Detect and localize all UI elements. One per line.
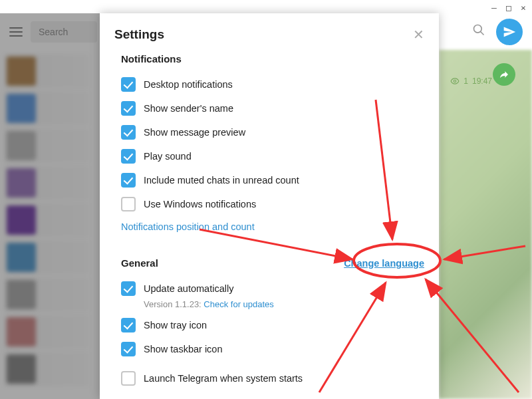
label-include-muted: Include muted chats in unread count [144, 175, 299, 186]
checkbox-show-sender[interactable] [121, 101, 136, 116]
checkbox-desktop-notifications[interactable] [121, 77, 136, 92]
svg-point-0 [474, 25, 482, 33]
version-line: Version 1.1.23: Check for updates [144, 299, 424, 309]
label-show-sender: Show sender's name [144, 103, 233, 114]
checkbox-show-taskbar[interactable] [121, 342, 136, 356]
message-meta: 1 19:47 [450, 76, 492, 86]
label-show-tray: Show tray icon [144, 320, 207, 331]
modal-backdrop[interactable] [0, 13, 100, 399]
settings-modal: Settings ✕ Notifications Desktop notific… [100, 13, 439, 399]
label-desktop-notifications: Desktop notifications [144, 79, 233, 90]
section-title-notifications: Notifications [121, 53, 424, 65]
message-time: 19:47 [472, 76, 492, 86]
check-updates-link[interactable]: Check for updates [203, 299, 274, 309]
label-use-windows-notifications: Use Windows notifications [144, 199, 256, 209]
close-icon[interactable]: ✕ [413, 27, 424, 43]
checkbox-show-tray[interactable] [121, 318, 136, 332]
window-maximize-button[interactable]: □ [504, 3, 513, 12]
checkbox-update-automatically[interactable] [121, 281, 136, 296]
share-button[interactable] [493, 63, 515, 86]
change-language-link[interactable]: Change language [344, 258, 424, 269]
window-minimize-button[interactable]: – [489, 3, 499, 12]
label-play-sound: Play sound [144, 151, 192, 162]
send-button[interactable] [496, 19, 523, 45]
checkbox-show-preview[interactable] [121, 125, 136, 140]
modal-title: Settings [114, 27, 164, 42]
link-notifications-position[interactable]: Notifications position and count [121, 216, 424, 237]
svg-line-1 [481, 32, 484, 35]
checkbox-launch-on-startup[interactable] [121, 371, 136, 386]
label-launch-on-startup: Launch Telegram when system starts [144, 373, 303, 384]
label-show-preview: Show message preview [144, 127, 245, 138]
label-show-taskbar: Show taskbar icon [144, 344, 222, 354]
version-text: Version 1.1.23: [144, 299, 203, 309]
checkbox-include-muted[interactable] [121, 173, 136, 188]
checkbox-use-windows-notifications[interactable] [121, 197, 136, 211]
view-count: 1 [464, 76, 468, 86]
label-update-automatically: Update automatically [144, 283, 233, 294]
chat-background [439, 50, 532, 399]
search-icon[interactable] [472, 23, 485, 40]
svg-point-2 [454, 80, 457, 82]
section-title-general: General [121, 257, 158, 269]
checkbox-play-sound[interactable] [121, 149, 136, 164]
window-close-button[interactable]: × [519, 3, 528, 12]
